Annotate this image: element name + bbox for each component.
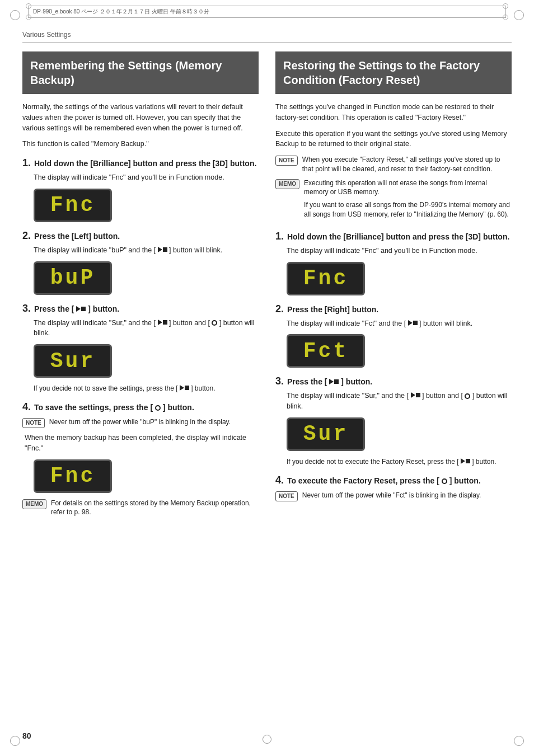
left-step3-label: Press the [ ] button. <box>34 304 119 313</box>
note-label-r1: NOTE <box>275 156 298 166</box>
left-step3-subnote: If you decide not to save the settings, … <box>34 383 259 393</box>
right-memo1-text: Executing this operation will not erase … <box>304 179 512 223</box>
left-display-fnc2: Fnc <box>34 459 112 493</box>
note-text-rs4: Never turn off the power while "Fct" is … <box>302 491 481 500</box>
header-file-info: DP-990_e.book 80 ページ ２０１年２月１７日 火曜日 午前８時３… <box>33 8 209 16</box>
right-step4-heading: 4. To execute the Factory Reset, press t… <box>275 475 512 486</box>
left-display-sur-text: Sur <box>50 349 95 373</box>
play-icon-rs3n <box>461 458 465 464</box>
left-display-sur: Sur <box>34 344 112 378</box>
right-intro: The settings you've changed in Function … <box>275 102 512 123</box>
stop-icon-rs3h <box>334 379 339 384</box>
left-step3-num: 3. <box>22 303 31 314</box>
corner-bl <box>10 736 20 746</box>
left-column: Remembering the Settings (Memory Backup)… <box>22 51 259 522</box>
stop-icon-s2 <box>163 247 167 252</box>
left-step1-heading: 1. Hold down the [Brilliance] button and… <box>22 157 259 169</box>
left-display-fnc1-text: Fnc <box>50 193 95 217</box>
left-display-fnc1: Fnc <box>34 189 112 222</box>
left-step4-note: NOTE Never turn off the power while "buP… <box>22 417 259 428</box>
left-intro2: This function is called "Memory Backup." <box>22 139 259 149</box>
circle-icon-s4h <box>155 405 161 411</box>
main-content: Various Settings Remembering the Setting… <box>22 31 512 728</box>
right-memo1-p2: If you want to erase all songs from the … <box>304 200 512 219</box>
header-bar: DP-990_e.book 80 ページ ２０１年２月１７日 火曜日 午前８時３… <box>28 6 506 18</box>
stop-icon-s3h <box>81 307 86 311</box>
play-icon-s2 <box>158 247 162 252</box>
left-display-bup-text: buP <box>50 266 95 290</box>
left-step1-label: Hold down the [Brilliance] button and pr… <box>34 159 256 168</box>
stop-icon-rs3n <box>466 459 470 463</box>
right-step4-label: To execute the Factory Reset, press the … <box>287 476 481 485</box>
right-display-fnc1-text: Fnc <box>303 266 348 290</box>
right-display-fct: Fct <box>287 334 365 368</box>
right-memo1-p1: Executing this operation will not erase … <box>304 179 512 198</box>
right-step4-note: NOTE Never turn off the power while "Fct… <box>275 491 512 501</box>
right-column: Restoring the Settings to the Factory Co… <box>275 51 512 522</box>
right-step3-num: 3. <box>275 375 284 387</box>
left-step2-label: Press the [Left] button. <box>34 232 120 241</box>
right-step2-num: 2. <box>275 303 284 314</box>
stop-icon-s3n <box>185 386 189 390</box>
left-step4-num: 4. <box>22 401 31 412</box>
center-cross-bottom <box>263 735 271 744</box>
right-step1-label: Hold down the [Brilliance] button and pr… <box>287 232 509 241</box>
left-step3-body: The display will indicate "Sur," and the… <box>34 318 259 339</box>
memo-text-s4: For details on the settings stored by th… <box>51 499 259 518</box>
note-label-rs4: NOTE <box>275 491 298 501</box>
left-heading: Remembering the Settings (Memory Backup) <box>22 51 259 94</box>
right-intro2: Execute this operation if you want the s… <box>275 129 512 150</box>
left-intro: Normally, the settings of the various va… <box>22 102 259 133</box>
right-display-sur-text: Sur <box>303 422 348 446</box>
page-number: 80 <box>22 731 31 740</box>
play-icon-s3h <box>76 306 81 312</box>
header-corner-tr <box>503 3 508 9</box>
note-text-r1: When you execute "Factory Reset," all se… <box>302 155 512 174</box>
section-title: Various Settings <box>22 31 512 43</box>
right-step3-label: Press the [ ] button. <box>287 377 372 386</box>
corner-tr <box>514 10 524 20</box>
right-step3-body: The display will indicate "Sur," and the… <box>287 391 512 412</box>
play-icon-s3b <box>158 320 162 325</box>
right-step2-heading: 2. Press the [Right] button. <box>275 303 512 315</box>
play-icon-rs3h <box>329 379 334 384</box>
left-step4-memo: MEMO For details on the settings stored … <box>22 499 259 518</box>
left-step4-label: To save the settings, press the [ ] butt… <box>34 403 194 412</box>
left-step3-heading: 3. Press the [ ] button. <box>22 303 259 314</box>
right-step1-body: The display will indicate "Fnc" and you'… <box>287 246 512 256</box>
left-step1-num: 1. <box>22 157 31 168</box>
note-label-s4: NOTE <box>22 418 45 428</box>
left-step4-heading: 4. To save the settings, press the [ ] b… <box>22 401 259 413</box>
right-note1: NOTE When you execute "Factory Reset," a… <box>275 155 512 174</box>
left-step4-body2: When the memory backup has been complete… <box>25 433 259 454</box>
stop-icon-rs2 <box>413 321 418 325</box>
right-display-fct-text: Fct <box>303 339 348 363</box>
right-display-sur: Sur <box>287 417 365 451</box>
right-step3-subnote: If you decide not to execute the Factory… <box>287 457 512 467</box>
play-icon-s3n <box>180 385 184 391</box>
stop-icon-rs3b <box>416 393 420 397</box>
two-col-layout: Remembering the Settings (Memory Backup)… <box>22 51 512 522</box>
corner-tl <box>10 10 20 20</box>
left-display-bup: buP <box>34 261 112 295</box>
right-heading: Restoring the Settings to the Factory Co… <box>275 51 512 94</box>
left-step2-num: 2. <box>22 230 31 241</box>
header-corner-bl <box>26 15 31 20</box>
right-memo1: MEMO Executing this operation will not e… <box>275 179 512 223</box>
right-step1-heading: 1. Hold down the [Brilliance] button and… <box>275 231 512 242</box>
circle-icon-s3b <box>212 320 217 326</box>
corner-br <box>514 736 524 746</box>
right-step2-body: The display will indicate "Fct" and the … <box>287 318 512 329</box>
note-text-s4: Never turn off the power while "buP" is … <box>49 417 231 427</box>
right-display-fnc1: Fnc <box>287 262 365 295</box>
right-step4-num: 4. <box>275 475 284 486</box>
memo-label-s4: MEMO <box>22 499 46 509</box>
left-step2-body: The display will indicate "buP" and the … <box>34 245 259 256</box>
right-step2-label: Press the [Right] button. <box>287 305 378 314</box>
left-display-fnc2-text: Fnc <box>50 464 95 488</box>
circle-icon-rs3b <box>465 393 470 399</box>
left-step2-heading: 2. Press the [Left] button. <box>22 230 259 242</box>
circle-icon-rs4h <box>442 478 447 484</box>
right-step3-heading: 3. Press the [ ] button. <box>275 375 512 387</box>
header-corner-br <box>503 15 508 20</box>
